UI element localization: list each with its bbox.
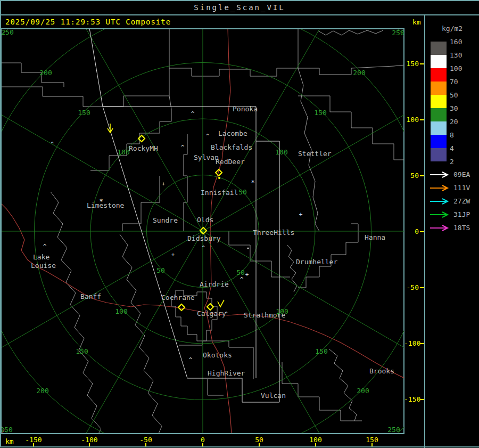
city-label: Airdrie [200,280,229,288]
radar-arrow-icon [429,184,452,194]
city-label: HighRiver [208,369,245,377]
radar-id-label: 18TS [453,224,470,232]
range-ring-label: 100 [115,307,127,315]
right-axis-tick [420,63,424,64]
city-label: ThreeHills [253,229,294,237]
range-ring-label: 100 [117,148,129,156]
radar-site-marker [178,304,185,311]
city-label: Innisfail [201,189,238,197]
bottom-axis-tick-label: -100 [78,436,101,444]
range-ring-label: 250 [0,426,12,434]
county-line [0,63,64,87]
radar-coverage-outline [187,141,279,402]
city-label: Didsbury [187,234,221,242]
county-line [282,362,362,421]
city-label: Calgary [197,309,226,317]
right-axis-tick-label: 50 [404,172,419,180]
county-line [208,379,224,395]
colorbar-value: 130 [450,51,471,59]
radar-arrow-icon [429,210,452,221]
radar-viewer-window: Single_Scan_VIL 2025/09/25 11:29:53 UTC … [0,0,479,448]
county-line [0,87,169,107]
right-axis-tick-label: -50 [404,283,419,291]
town-marker: ^ [189,356,193,363]
bottom-axis-tick-label: 0 [191,436,214,444]
colorbar-value: 20 [450,118,471,126]
city-label: Strathmore [244,311,285,319]
city-label: Brooks [369,367,394,375]
right-axis-tick-label: -150 [404,395,419,403]
colorbar-value: 160 [450,38,471,46]
city-label: Okotoks [203,351,232,359]
colorbar-swatch [431,108,447,121]
county-line [51,192,101,434]
range-ring-label: 250 [392,29,404,37]
range-ring-label: 50 [236,268,245,276]
range-ring-label: 200 [357,387,369,395]
bottom-axis-tick-label: -50 [134,436,158,444]
colorbar-swatch [431,82,447,95]
town-marker [247,248,249,249]
town-marker: ^ [206,133,210,140]
range-ring-label: 150 [314,109,326,117]
right-axis-tick-label: 100 [404,116,419,124]
radar-arrow-icon [429,197,452,208]
city-label: Sundre [153,216,178,224]
city-label: Hanna [365,233,385,241]
radar-id-label: 09EA [453,170,470,178]
radar-id-label: 31JP [453,210,470,218]
colorbar-swatch [431,121,447,135]
city-label: Drumheller [296,258,337,266]
city-label: Lake [33,253,49,261]
right-axis-tick [420,175,424,176]
right-axis-tick-label: -100 [404,339,419,347]
colorbar-swatch [431,148,447,161]
colorbar-value: 8 [450,131,471,139]
city-label: Ponoka [233,105,258,113]
right-axis-tick [420,343,424,344]
city-label: RedDeer [216,158,245,166]
bottom-axis-tick-label: 100 [304,436,327,444]
city-label: Lacombe [218,129,247,137]
right-axis-tick-label: 150 [404,60,419,68]
range-ring-label: 150 [76,347,88,355]
colorbar-swatch [431,135,447,148]
county-line [298,65,404,75]
city-label: Banff [80,292,101,300]
county-line [298,224,358,288]
right-axis-tick [420,231,424,232]
check-marker [218,300,224,307]
town-marker: + [171,251,175,258]
right-axis-tick [420,119,424,120]
town-marker: + [162,181,166,188]
colorbar-value: 30 [450,104,471,112]
range-ring-label: 200 [36,387,48,395]
range-ring-label: 50 [156,266,165,274]
bottom-axis-tick-label: -150 [22,436,45,444]
city-label: Stettler [298,150,332,158]
right-axis-tick [420,399,424,400]
city-label: Louise [31,262,56,270]
colorbar-swatch [431,95,447,108]
colorbar-swatch [431,42,447,55]
county-line [318,30,383,35]
range-ring-label: 150 [315,347,327,355]
colorbar-value: 2 [450,158,471,166]
radar-site-dot [218,177,220,179]
bottom-axis-tick-label: 150 [360,436,384,444]
town-marker: + [245,271,249,278]
colorbar-value: 50 [450,91,471,99]
county-line [120,234,162,434]
city-label: Olds [197,216,213,224]
colorbar-value: 70 [450,78,471,86]
town-marker: * [251,179,254,186]
colorbar-value: 100 [450,64,471,72]
town-marker: ^ [51,141,54,148]
colorbar-value: 4 [450,144,471,152]
town-marker: ^ [240,276,244,283]
town-marker: ^ [43,243,47,250]
bottom-axis-tick-label: 50 [247,436,271,444]
radial-spoke [0,0,203,231]
radar-arrow-icon [429,170,452,181]
city-label: Limestone [87,201,125,209]
